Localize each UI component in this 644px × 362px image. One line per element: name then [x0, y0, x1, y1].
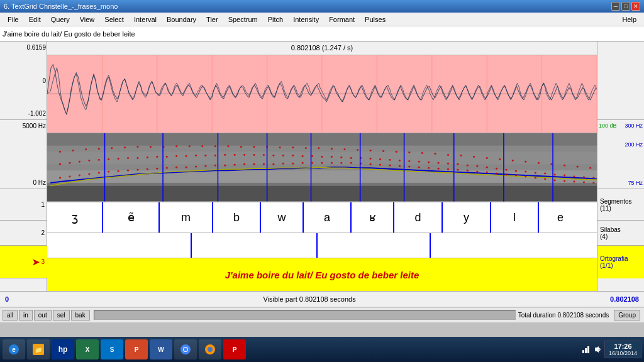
svg-point-52 [408, 166, 410, 168]
svg-point-74 [79, 161, 80, 163]
svg-point-132 [111, 147, 113, 149]
svg-point-113 [457, 163, 458, 165]
svg-text:e: e [12, 346, 16, 353]
seg-z[interactable]: ʒ [47, 202, 103, 233]
svg-point-152 [370, 150, 372, 151]
taskbar-explorer[interactable]: 📁 [27, 339, 50, 359]
svg-point-109 [418, 161, 420, 163]
svg-point-96 [292, 155, 294, 156]
spectrogram-top-label: 5000 Hz [1, 123, 46, 129]
scroll-track[interactable] [94, 310, 516, 320]
svg-point-156 [421, 152, 423, 154]
tier1-segmentos[interactable]: ʒ ẽ m b w a ʁ d y l e [47, 202, 597, 234]
svg-point-115 [476, 165, 478, 167]
silaba-1[interactable] [47, 233, 192, 258]
taskbar-sharepoint[interactable]: S [101, 339, 123, 359]
svg-point-48 [370, 163, 372, 165]
bottom-bar: 0 Visible part 0.802108 seconds 0.802108… [0, 291, 644, 322]
menu-tier[interactable]: Tier [201, 13, 223, 26]
seg-y[interactable]: y [443, 202, 491, 233]
svg-point-46 [350, 162, 352, 164]
svg-point-159 [460, 155, 462, 156]
bak-button[interactable]: bak [71, 310, 90, 321]
group-button[interactable]: Group [614, 310, 640, 321]
waveform-canvas[interactable] [47, 55, 597, 133]
center-visualization: 0.802108 (1.247 / s) [47, 41, 597, 291]
seg-b[interactable]: b [213, 202, 261, 233]
svg-point-78 [118, 158, 119, 160]
seg-l[interactable]: l [491, 202, 539, 233]
seg-e[interactable]: ẽ [103, 202, 160, 233]
svg-point-137 [175, 145, 177, 147]
menu-boundary[interactable]: Boundary [162, 13, 201, 26]
seg-m[interactable]: m [160, 202, 213, 233]
seg-w[interactable]: w [261, 202, 304, 233]
menu-view[interactable]: View [75, 13, 100, 26]
spectrogram-canvas[interactable] [47, 133, 597, 202]
svg-point-138 [189, 145, 191, 147]
svg-point-147 [305, 147, 307, 149]
tier3-ortografia[interactable]: J'aime boire du lait/ Eu gosto de beber … [47, 258, 597, 291]
network-icon [582, 345, 591, 354]
time-left: 0 [5, 295, 9, 303]
svg-point-71 [592, 182, 594, 184]
silaba-2[interactable] [192, 233, 318, 258]
svg-point-146 [292, 146, 294, 148]
menu-intensity[interactable]: Intensity [288, 13, 324, 26]
scroll-thumb[interactable] [94, 310, 515, 319]
svg-point-25 [147, 168, 148, 170]
sel-button[interactable]: sel [53, 310, 70, 321]
menu-select[interactable]: Select [99, 13, 129, 26]
svg-point-77 [108, 158, 109, 160]
seg-r[interactable]: ʁ [352, 202, 394, 233]
seg-e2[interactable]: e [539, 202, 582, 233]
in-button[interactable]: in [19, 310, 33, 321]
menu-help[interactable]: Help [617, 14, 641, 25]
menu-edit[interactable]: Edit [24, 13, 46, 26]
seg-a[interactable]: a [304, 202, 352, 233]
menu-interval[interactable]: Interval [129, 13, 162, 26]
svg-point-56 [447, 168, 449, 170]
spectrogram-y-axis: 5000 Hz 0 Hz [0, 120, 47, 189]
taskbar-firefox[interactable] [199, 339, 221, 359]
time-bar: 0 Visible part 0.802108 seconds 0.802108 [0, 292, 644, 307]
menu-pulses[interactable]: Pulses [360, 13, 391, 26]
taskbar-chrome[interactable] [174, 339, 197, 359]
taskbar-praat[interactable]: P [223, 339, 246, 359]
menu-spectrum[interactable]: Spectrum [223, 13, 263, 26]
svg-point-162 [499, 158, 501, 160]
taskbar-powerpoint[interactable]: P [125, 339, 148, 359]
silaba-3[interactable] [318, 233, 431, 258]
tier2-silabas[interactable] [47, 233, 597, 258]
svg-point-161 [486, 157, 488, 159]
all-button[interactable]: all [3, 310, 18, 321]
menu-formant[interactable]: Formant [324, 13, 360, 26]
left-axis: 0.6159 0 -1.002 5000 Hz 0 Hz 1 2 ➤ 3 [0, 41, 47, 291]
svg-point-101 [340, 156, 342, 158]
close-button[interactable]: ✕ [631, 2, 640, 11]
utterance-input[interactable] [3, 30, 641, 38]
taskbar-word[interactable]: W [150, 339, 172, 359]
menu-query[interactable]: Query [46, 13, 75, 26]
silaba-4[interactable] [431, 233, 582, 258]
svg-point-87 [204, 155, 206, 156]
menu-pitch[interactable]: Pitch [263, 13, 288, 26]
seg-d[interactable]: d [394, 202, 443, 233]
svg-point-68 [564, 180, 565, 182]
svg-point-59 [476, 171, 478, 173]
svg-point-106 [389, 159, 391, 161]
menu-file[interactable]: File [3, 13, 24, 26]
svg-point-41 [302, 162, 304, 164]
svg-point-150 [343, 148, 345, 150]
svg-point-90 [234, 154, 236, 156]
svg-point-18 [79, 175, 80, 177]
svg-point-82 [156, 156, 158, 158]
minimize-button[interactable]: ─ [611, 2, 620, 11]
total-duration: Total duration 0.802108 seconds [518, 312, 609, 319]
taskbar-hp[interactable]: hp [52, 339, 74, 359]
maximize-button[interactable]: □ [621, 2, 630, 11]
taskbar-excel[interactable]: X [76, 339, 99, 359]
waveform-mid-label: 0 [1, 77, 46, 84]
taskbar-ie[interactable]: e [3, 339, 25, 359]
out-button[interactable]: out [34, 310, 52, 321]
